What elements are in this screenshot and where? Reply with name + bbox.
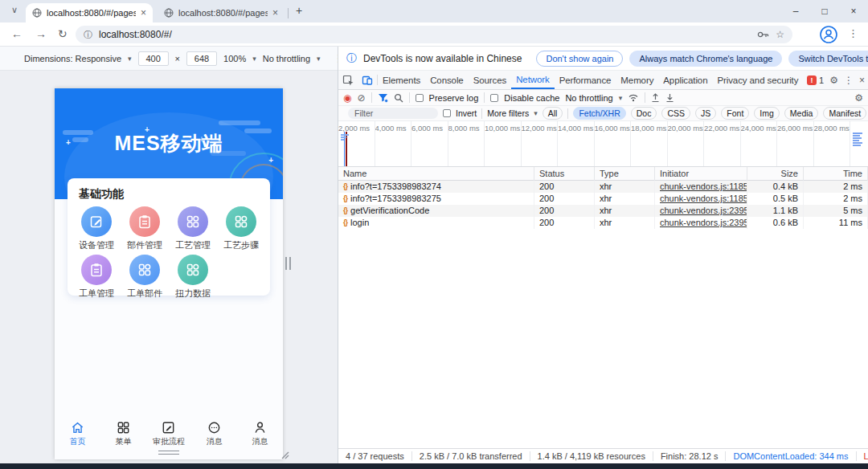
grid-item-label: 工单管理 <box>72 288 121 300</box>
filter-chip-media[interactable]: Media <box>784 107 819 120</box>
tab-performance[interactable]: Performance <box>555 71 616 89</box>
request-status: 200 <box>534 181 595 193</box>
tab-console[interactable]: Console <box>425 71 469 89</box>
clear-network-log-icon[interactable]: ⊘ <box>357 93 365 103</box>
grid-item-workorder-management[interactable]: 工单管理 <box>72 255 121 300</box>
tab-elements[interactable]: Elements <box>378 71 425 89</box>
table-row[interactable]: {}info?t=1753398983274 200 xhr chunk-ven… <box>338 181 868 193</box>
filter-chip-img[interactable]: Img <box>754 107 780 120</box>
grid-item-process-management[interactable]: 工艺管理 <box>169 206 217 251</box>
tab-close-icon[interactable]: × <box>272 7 278 18</box>
table-row[interactable]: {}getVierificationCode 200 xhr chunk-ven… <box>338 205 868 217</box>
filter-chip-fetch-xhr[interactable]: Fetch/XHR <box>573 107 625 120</box>
switch-to-chinese-button[interactable]: Switch DevTools to Chinese <box>788 51 868 67</box>
window-close-button[interactable]: × <box>839 0 868 22</box>
password-key-icon[interactable] <box>757 31 769 39</box>
disable-cache-checkbox[interactable] <box>490 94 498 102</box>
more-filters-button[interactable]: More filters <box>487 108 529 118</box>
export-har-icon[interactable] <box>665 93 674 103</box>
network-overview-timeline[interactable]: 2,000 ms 4,000 ms 6,000 ms 8,000 ms 10,0… <box>338 121 868 167</box>
filter-chip-all[interactable]: All <box>542 107 563 120</box>
tab-application[interactable]: Application <box>658 71 712 89</box>
column-name[interactable]: Name <box>338 167 534 181</box>
drag-handle[interactable] <box>158 451 179 455</box>
filter-chip-css[interactable]: CSS <box>661 107 690 120</box>
grid-item-workorder-parts[interactable]: 工单部件 <box>121 255 169 300</box>
issues-count: 1 <box>819 75 824 85</box>
grid-item-torque-data[interactable]: 扭力数据 <box>169 255 217 300</box>
search-icon[interactable] <box>394 93 403 103</box>
column-type[interactable]: Type <box>595 167 655 181</box>
match-language-button[interactable]: Always match Chrome's language <box>629 51 782 67</box>
table-row[interactable]: {}info?t=1753398983275 200 xhr chunk-ven… <box>338 193 868 205</box>
request-size: 0.6 kB <box>747 217 804 229</box>
request-initiator-link[interactable]: chunk-vendors.js:23954 <box>655 205 747 217</box>
maximize-button[interactable]: □ <box>810 0 839 22</box>
forward-icon[interactable]: → <box>35 27 47 40</box>
tab-memory[interactable]: Memory <box>616 71 658 89</box>
request-initiator-link[interactable]: chunk-vendors.js:23954 <box>655 217 747 229</box>
browser-tab-active[interactable]: localhost:8080/#/pages/logi × <box>26 3 153 22</box>
corner-resize-handle[interactable] <box>280 450 289 459</box>
filter-chip-font[interactable]: Font <box>721 107 749 120</box>
filter-chip-doc[interactable]: Doc <box>631 107 657 120</box>
network-settings-icon[interactable]: ⚙ <box>854 92 863 104</box>
device-toolbar-toggle-icon[interactable] <box>358 71 377 89</box>
profile-avatar[interactable] <box>820 26 837 43</box>
filter-chip-js[interactable]: JS <box>695 107 716 120</box>
filter-input[interactable] <box>348 108 438 119</box>
tab-sources[interactable]: Sources <box>469 71 512 89</box>
filter-chip-manifest[interactable]: Manifest <box>823 107 866 120</box>
dont-show-again-button[interactable]: Don't show again <box>536 51 623 67</box>
issues-badge[interactable]: ! 1 <box>807 75 824 85</box>
viewport-resize-handle[interactable] <box>285 257 291 270</box>
devtools-close-icon[interactable]: × <box>859 75 865 86</box>
request-initiator-link[interactable]: chunk-vendors.js:11858 <box>655 193 747 205</box>
table-header[interactable]: Name Status Type Initiator Size Time <box>338 167 868 181</box>
grid-item-part-management[interactable]: 部件管理 <box>121 206 169 251</box>
tabbar-item-approval[interactable]: 审批流程 <box>146 419 192 450</box>
network-throttling-select[interactable]: No throttling <box>565 93 612 103</box>
reload-icon[interactable]: ↻ <box>58 27 68 40</box>
dimensions-label[interactable]: Dimensions: Responsive <box>24 54 121 63</box>
address-bar[interactable]: ⓘ localhost:8080/#/ ☆ <box>76 26 792 43</box>
column-status[interactable]: Status <box>534 167 595 181</box>
devtools-settings-icon[interactable]: ⚙ <box>829 75 838 86</box>
grid-item-device-management[interactable]: 设备管理 <box>72 206 121 251</box>
tab-search-icon[interactable]: ∨ <box>11 5 18 15</box>
tabbar-item-message[interactable]: 消息 <box>191 419 237 450</box>
tab-close-icon[interactable]: × <box>141 7 146 18</box>
network-conditions-icon[interactable] <box>628 93 639 102</box>
inspect-element-icon[interactable] <box>338 71 358 89</box>
tabbar-item-home[interactable]: 首页 <box>55 419 100 450</box>
column-size[interactable]: Size <box>747 167 804 181</box>
request-initiator-link[interactable]: chunk-vendors.js:11858 <box>655 181 747 193</box>
browser-menu-icon[interactable]: ⋮ <box>848 27 858 39</box>
timeline-tick: 4,000 ms <box>375 121 412 166</box>
tab-privacy-security[interactable]: Privacy and security <box>712 71 803 89</box>
record-network-log-icon[interactable]: ◉ <box>343 93 351 103</box>
grid-item-process-steps[interactable]: 工艺步骤 <box>217 206 265 251</box>
column-time[interactable]: Time <box>804 167 868 181</box>
throttling-select[interactable]: No throttling <box>263 54 310 63</box>
table-row[interactable]: {}login 200 xhr chunk-vendors.js:23954 0… <box>338 217 868 229</box>
preserve-log-checkbox[interactable] <box>416 94 424 102</box>
tab-network[interactable]: Network <box>511 71 554 89</box>
invert-checkbox[interactable] <box>443 109 451 117</box>
site-info-icon[interactable]: ⓘ <box>84 29 92 41</box>
column-initiator[interactable]: Initiator <box>655 167 747 181</box>
devtools-menu-icon[interactable]: ⋮ <box>844 75 854 86</box>
basic-functions-card: 基础功能 设备管理 部件管理 工艺管理 <box>68 178 270 296</box>
zoom-select[interactable]: 100% <box>223 54 246 63</box>
import-har-icon[interactable] <box>651 93 660 103</box>
viewport-width-input[interactable] <box>138 51 169 66</box>
tabbar-item-profile[interactable]: 消息 <box>237 419 283 450</box>
minimize-button[interactable]: – <box>781 0 810 22</box>
new-tab-button[interactable]: + <box>296 4 302 17</box>
bookmark-star-icon[interactable]: ☆ <box>776 29 784 40</box>
browser-tab-inactive[interactable]: localhost:8080/#/pages/men × <box>158 3 285 22</box>
viewport-height-input[interactable] <box>186 51 217 66</box>
tabbar-item-menu[interactable]: 菜单 <box>100 419 146 450</box>
back-icon[interactable]: ← <box>11 27 23 40</box>
filter-funnel-icon[interactable] <box>378 93 388 103</box>
